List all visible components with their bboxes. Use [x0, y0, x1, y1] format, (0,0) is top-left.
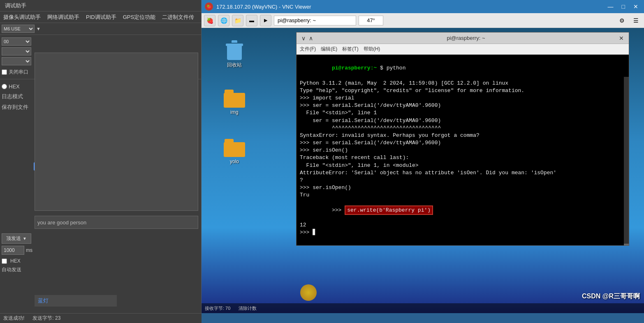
terminal-line-prompt: pi@raspberry:~ $ python: [300, 57, 625, 80]
log-mode-label: 日志模式: [2, 93, 23, 100]
interval-unit: ms: [26, 247, 32, 253]
terminal-maximize-btn[interactable]: ∧: [307, 35, 315, 42]
close-serial-label: 关闭串口: [9, 69, 28, 76]
vnc-window: 🍓 172.18.107.20 (WayVNC) - VNC Viewer — …: [202, 0, 644, 323]
vnc-close-btn[interactable]: ✕: [631, 2, 641, 11]
terminal-toolbar-icon[interactable]: ▬: [246, 15, 257, 26]
raspberry-toolbar-icon[interactable]: 🍓: [204, 15, 215, 26]
send-top-button[interactable]: 顶发送 ▼: [2, 233, 31, 244]
menu-gps[interactable]: GPS定位功能: [120, 13, 159, 22]
scrollbar-thumb: [624, 244, 629, 245]
blue-light-label: 蓝灯: [38, 297, 49, 305]
terminal-line-16: Tru: [300, 191, 625, 199]
com-select[interactable]: M6 USE: [2, 25, 35, 33]
vnc-maximize-btn[interactable]: □: [619, 2, 628, 11]
hex-radio[interactable]: [2, 84, 7, 89]
yolo-folder-icon[interactable]: yolo: [218, 139, 251, 164]
terminal-minimize-btn[interactable]: ∨: [300, 35, 307, 42]
terminal-menu-file[interactable]: 文件(F): [300, 46, 316, 53]
trash-icon-label: 回收站: [227, 62, 242, 69]
menu-camera[interactable]: 摄像头调试助手: [0, 13, 44, 22]
blue-light-display: 蓝灯: [35, 295, 117, 307]
terminal-line-12: File "<stdin>", line 1, in <module>: [300, 162, 625, 169]
yolo-folder-label: yolo: [230, 159, 239, 164]
send-message-input[interactable]: you are good person: [35, 216, 198, 229]
menu-pid[interactable]: PID调试助手: [83, 13, 120, 22]
vnc-temperature-display: [359, 16, 383, 25]
trash-desktop-icon[interactable]: 回收站: [218, 40, 251, 69]
globe-icon[interactable]: 🌐: [218, 15, 229, 26]
vnc-title-text: 172.18.107.20 (WayVNC) - VNC Viewer: [216, 4, 602, 10]
terminal-line-5: File "<stdin>", line 1: [300, 109, 625, 117]
baud-rate-select[interactable]: 00: [2, 37, 31, 46]
terminal-menu-edit[interactable]: 编辑(E): [321, 46, 337, 53]
send-message-text: you are good person: [37, 219, 86, 226]
terminal-line-11: Traceback (most recent call last):: [300, 154, 625, 162]
terminal-line-3: >>> import serial: [300, 95, 625, 102]
message-display-area: [35, 53, 198, 211]
terminal-line-19: >>> ▊: [300, 229, 625, 236]
hex-send-label: HEX: [10, 258, 21, 264]
config-select-2[interactable]: [2, 57, 31, 65]
left-panel: 调试助手 摄像头调试助手 网络调试助手 PID调试助手 GPS定位功能 二进制文…: [0, 0, 202, 323]
taskbar-recv-bytes: 接收字节: 70: [205, 305, 230, 311]
folder-toolbar-icon[interactable]: 📁: [232, 15, 243, 26]
terminal-scrollbar[interactable]: [624, 77, 629, 245]
terminal-menubar: 文件(F) 编辑(E) 标签(T) 帮助(H): [297, 44, 629, 55]
img-folder-icon[interactable]: img: [218, 90, 251, 115]
img-folder-label: img: [230, 109, 238, 115]
img-folder-graphic: [224, 90, 245, 108]
terminal-close-btn[interactable]: ✕: [617, 35, 625, 42]
csdn-watermark: CSDN @R三哥哥啊: [582, 292, 640, 301]
terminal-line-13: AttributeError: 'Serial' object has no a…: [300, 169, 625, 177]
terminal-menu-help[interactable]: 帮助(H): [364, 46, 380, 53]
terminal-line-8: SyntaxError: invalid syntax. Perhaps you…: [300, 132, 625, 139]
trash-icon-graphic: [226, 40, 243, 60]
menu-title: 调试助手: [2, 1, 30, 10]
vnc-settings-icon[interactable]: ⚙: [616, 15, 628, 26]
terminal-line-14: ?: [300, 177, 625, 184]
vnc-menu-icon[interactable]: ☰: [630, 15, 642, 26]
terminal-line-2: Type "help", "copyright", "credits" or "…: [300, 87, 625, 95]
terminal-titlebar: ∨ ∧ pi@raspberry: ~ ✕: [297, 32, 629, 44]
terminal2-toolbar-icon[interactable]: ▶: [260, 15, 271, 26]
vnc-titlebar: 🍓 172.18.107.20 (WayVNC) - VNC Viewer — …: [202, 0, 644, 13]
config-select-1[interactable]: [2, 47, 31, 55]
raspberry-icon: 🍓: [205, 2, 213, 11]
taskbar-register-count: 清除计数: [239, 305, 257, 311]
desktop-area: 回收站 img yolo ∨ ∧ pi@raspberry: ~ ✕: [202, 28, 644, 313]
menu-network[interactable]: 网络调试助手: [44, 13, 83, 22]
com-select-arrow: ▼: [36, 26, 41, 31]
vnc-address-input[interactable]: [274, 16, 356, 25]
terminal-line-4: >>> ser = serial.Serial('/dev/ttyAMA0'.9…: [300, 102, 625, 109]
save-file-label: 保存到文件: [2, 104, 28, 111]
lamp-graphic: [300, 284, 317, 301]
interval-input[interactable]: [2, 246, 24, 255]
terminal-line-7: ^^^^^^^^^^^^^^^^^^^^^^^^^^^^^^^^^^: [300, 125, 625, 132]
vnc-toolbar: 🍓 🌐 📁 ▬ ▶ ⚙ ☰: [202, 13, 644, 28]
menu-binary[interactable]: 二进制文件传: [159, 13, 197, 22]
terminal-line-15: >>> ser.isOpen(): [300, 184, 625, 191]
yolo-folder-graphic: [224, 139, 245, 157]
terminal-content[interactable]: pi@raspberry:~ $ python Python 3.11.2 (m…: [297, 55, 629, 245]
top-menubar: 调试助手: [0, 0, 201, 12]
send-bytes-text: 发送字节: 23: [32, 315, 60, 322]
highlighted-command: ser.write(b'Raspberry pi'): [345, 205, 433, 215]
auto-send-label: 自动发送: [2, 266, 21, 273]
terminal-window: ∨ ∧ pi@raspberry: ~ ✕ 文件(F) 编辑(E) 标签(T) …: [296, 32, 629, 246]
terminal-line-6: ser = serial.Serial('/dev/ttyAMA0'.9600): [300, 117, 625, 125]
status-bar: 发送成功! 发送字节: 23: [0, 313, 202, 323]
terminal-menu-tabs[interactable]: 标签(T): [342, 46, 358, 53]
hex-label: HEX: [9, 83, 20, 90]
terminal-line-10: >>> ser.isOen(): [300, 147, 625, 154]
vnc-minimize-btn[interactable]: —: [605, 2, 616, 11]
terminal-line-highlighted: >>> ser.write(b'Raspberry pi'): [300, 199, 625, 222]
close-serial-checkbox[interactable]: [2, 69, 7, 75]
vnc-taskbar: 接收字节: 70 清除计数: [202, 303, 644, 313]
terminal-title-text: pi@raspberry: ~: [315, 35, 617, 41]
hex-send-checkbox[interactable]: [2, 258, 7, 264]
terminal-line-1: Python 3.11.2 (main, May 2 2024, 11:59:0…: [300, 80, 625, 87]
terminal-line-9: >>> ser = serial.Serial('/dev/ttyAMA0',9…: [300, 139, 625, 147]
send-success-text: 发送成功!: [3, 315, 24, 322]
terminal-line-18: 12: [300, 221, 625, 229]
